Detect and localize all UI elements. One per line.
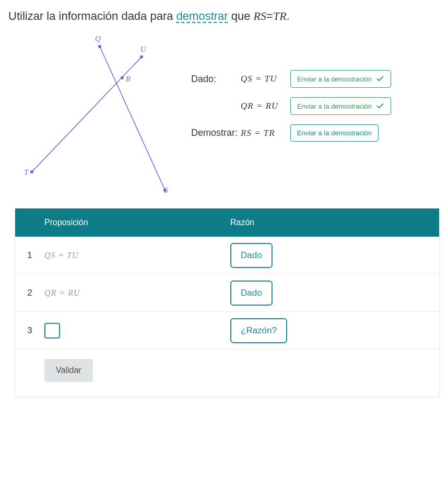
validate-button[interactable]: Validar	[44, 359, 93, 382]
svg-line-0	[100, 46, 165, 190]
givens-panel: Dado: QS = TU Enviar a la demostración Q…	[191, 33, 440, 195]
demostrar-label: Demostrar:	[191, 127, 241, 138]
svg-point-4	[121, 76, 124, 79]
dado-label: Dado:	[191, 74, 241, 85]
point-label-Q: Q	[95, 34, 101, 43]
send-to-proof-button-3[interactable]: Enviar a la demostración	[290, 124, 379, 142]
demostrar-link[interactable]: demostrar	[176, 9, 228, 22]
row-number: 2	[15, 288, 44, 298]
reason-button-2[interactable]: Dado	[230, 281, 273, 306]
table-row: 1 QS = TU Dado	[15, 237, 439, 274]
point-label-U: U	[140, 45, 146, 54]
point-label-T: T	[24, 168, 28, 177]
instruction-text: Utilizar la información dada para demost…	[8, 9, 440, 23]
table-row: 3 ¿Razón?	[15, 312, 439, 349]
row-proposition: QR = RU	[44, 288, 224, 298]
point-label-S: S	[164, 186, 168, 195]
given-eq-2: QR = RU	[241, 101, 290, 111]
given-eq-1: QS = TU	[241, 74, 290, 84]
reason-button-1[interactable]: Dado	[230, 243, 273, 268]
geometry-diagram: Q U R T S	[8, 33, 181, 195]
row-number: 3	[15, 325, 44, 336]
svg-line-1	[32, 57, 142, 172]
svg-point-3	[140, 55, 143, 59]
proposition-input[interactable]	[44, 323, 60, 339]
point-label-R: R	[126, 75, 131, 84]
prove-eq: RS = TR	[241, 128, 290, 138]
row-proposition: QS = TU	[44, 251, 224, 260]
header-proposition: Proposición	[15, 208, 224, 237]
reason-button-3[interactable]: ¿Razón?	[230, 318, 287, 343]
header-reason: Razón	[224, 208, 439, 237]
check-icon	[376, 102, 384, 110]
proof-table: Proposición Razón 1 QS = TU Dado 2 QR = …	[15, 208, 440, 397]
check-icon	[376, 75, 384, 83]
svg-point-5	[30, 170, 33, 173]
send-to-proof-button-1[interactable]: Enviar a la demostración	[290, 70, 391, 88]
svg-point-2	[98, 45, 101, 48]
row-number: 1	[15, 250, 44, 261]
table-row: 2 QR = RU Dado	[15, 274, 439, 312]
send-to-proof-button-2[interactable]: Enviar a la demostración	[290, 97, 391, 115]
